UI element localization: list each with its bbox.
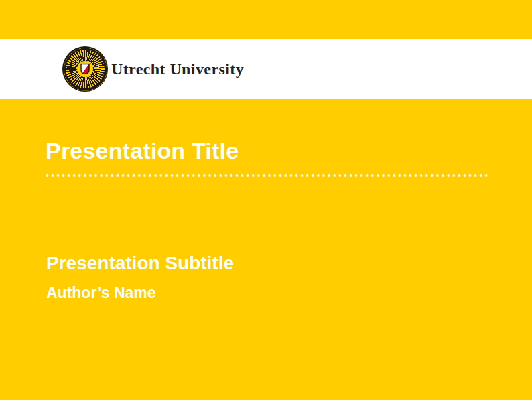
logo-band: Utrecht University [0, 39, 532, 99]
university-wordmark: Utrecht University [111, 39, 244, 99]
presentation-title: Presentation Title [46, 138, 239, 164]
shield-icon [80, 64, 90, 75]
author-name: Author’s Name [46, 284, 156, 302]
title-slide: Utrecht University Presentation Title Pr… [0, 0, 532, 400]
utrecht-university-sun-emblem-icon [62, 46, 108, 92]
dotted-divider [46, 174, 489, 178]
presentation-subtitle: Presentation Subtitle [46, 253, 234, 274]
